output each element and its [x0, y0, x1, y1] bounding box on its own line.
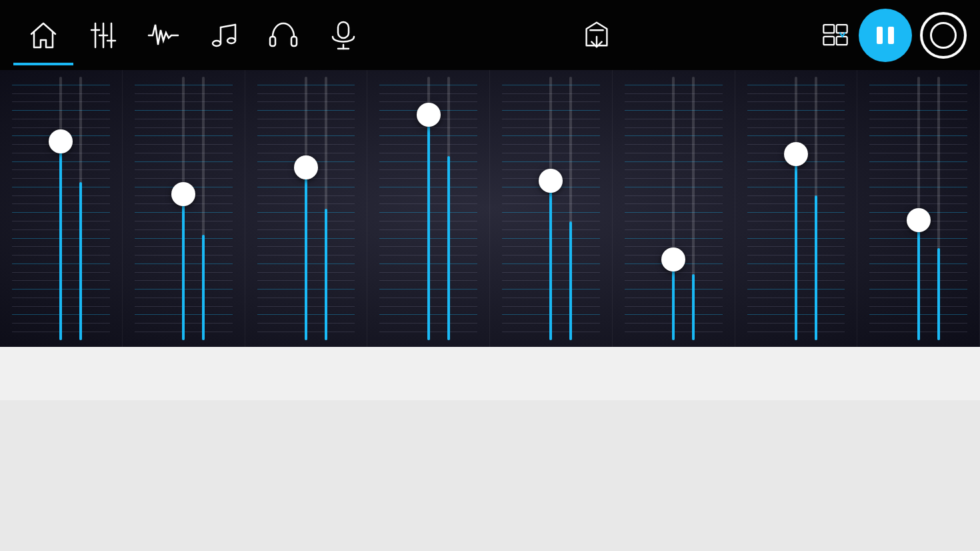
svg-rect-19 — [823, 36, 834, 44]
svg-rect-17 — [823, 25, 834, 33]
home-nav-button[interactable] — [13, 5, 73, 65]
headphones-nav-button[interactable] — [253, 5, 313, 65]
svg-point-6 — [213, 41, 221, 46]
svg-rect-18 — [837, 25, 847, 33]
svg-rect-13 — [338, 22, 349, 38]
record-inner-circle — [930, 22, 957, 49]
fader-track-7 — [917, 77, 920, 340]
mixer-nav-button[interactable] — [73, 5, 133, 65]
channel-2[interactable] — [245, 70, 368, 347]
fader-track2-2 — [325, 77, 327, 340]
fader-track2-3 — [447, 77, 450, 340]
fader-knob-1[interactable] — [171, 182, 195, 206]
channel-0[interactable] — [0, 70, 123, 347]
fader-knob-6[interactable] — [784, 142, 808, 166]
fader-track2-7 — [937, 77, 940, 340]
channel-7[interactable] — [857, 70, 980, 347]
track-names-row — [0, 347, 980, 400]
bottom-row — [0, 494, 980, 551]
channel-1[interactable] — [123, 70, 245, 347]
fader-track2-1 — [202, 77, 205, 340]
svg-rect-12 — [291, 37, 297, 46]
fader-track-6 — [795, 77, 797, 340]
fader-knob-3[interactable] — [417, 103, 441, 127]
pause-button[interactable] — [859, 9, 912, 62]
top-navigation — [0, 0, 980, 70]
svg-rect-20 — [837, 36, 847, 44]
record-button[interactable] — [920, 12, 967, 59]
fader-track-2 — [305, 77, 307, 340]
mixer-channels — [0, 70, 980, 347]
svg-line-10 — [221, 25, 235, 27]
house-download-button[interactable] — [560, 17, 633, 53]
instrument-row — [0, 400, 980, 494]
fader-track2-0 — [79, 77, 82, 340]
fader-knob-7[interactable] — [907, 208, 931, 232]
channel-5[interactable] — [613, 70, 735, 347]
channel-6[interactable] — [735, 70, 858, 347]
fader-track2-5 — [692, 77, 695, 340]
page-indicator-button[interactable] — [820, 20, 851, 51]
fader-track-5 — [672, 77, 675, 340]
fader-knob-0[interactable] — [49, 129, 73, 153]
nav-right-controls — [820, 9, 967, 62]
mic-nav-button[interactable] — [313, 5, 373, 65]
fader-track-4 — [549, 77, 552, 340]
channel-4[interactable] — [490, 70, 613, 347]
fader-track-3 — [427, 77, 430, 340]
svg-point-7 — [227, 38, 235, 43]
fader-track-1 — [182, 77, 185, 340]
fader-track2-6 — [815, 77, 817, 340]
channel-3[interactable] — [367, 70, 490, 347]
mixer-area — [0, 70, 980, 347]
svg-rect-21 — [877, 27, 883, 44]
svg-rect-22 — [888, 27, 894, 44]
fader-knob-2[interactable] — [294, 155, 318, 179]
fader-track-0 — [59, 77, 62, 340]
fader-track2-4 — [569, 77, 572, 340]
fader-knob-4[interactable] — [539, 169, 563, 193]
fader-knob-5[interactable] — [661, 247, 685, 271]
waveform-nav-button[interactable] — [133, 5, 193, 65]
svg-rect-11 — [270, 37, 275, 46]
notes-nav-button[interactable] — [193, 5, 253, 65]
